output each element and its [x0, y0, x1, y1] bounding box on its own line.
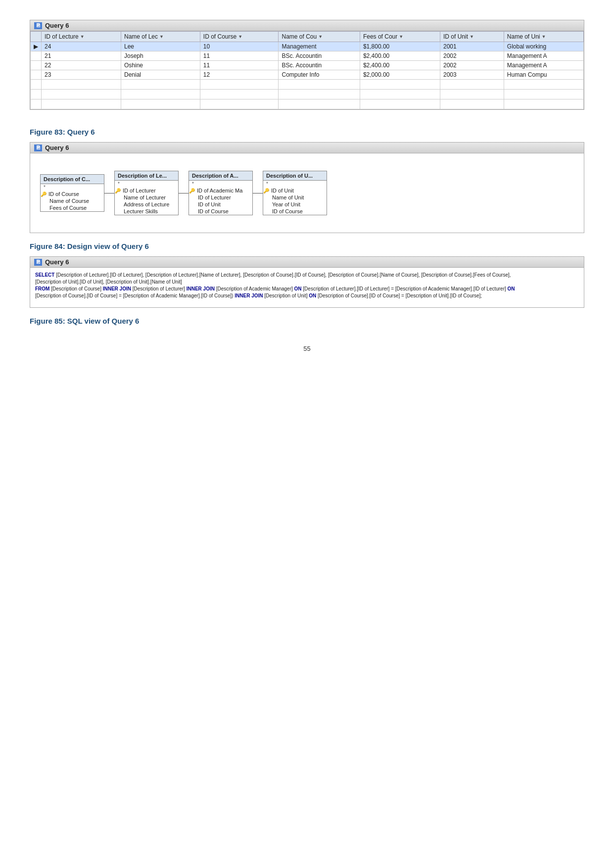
entity-field: ID of Course — [189, 208, 252, 215]
empty-cell — [31, 99, 42, 109]
sql-title: Query 6 — [45, 258, 69, 266]
table-cell: 23 — [42, 70, 121, 80]
table-cell: Management A — [504, 51, 583, 61]
table-row: ▶24Lee10Management$1,800.002001Global wo… — [31, 42, 584, 51]
row-selector: ▶ — [31, 42, 42, 51]
col-id-unit[interactable]: ID of Unit ▼ — [440, 32, 504, 42]
table-row: 22Oshine11BSc. Accountin$2,400.002002Man… — [31, 61, 584, 70]
entity-field: Lecturer Skills — [115, 208, 178, 215]
table-cell: 10 — [200, 42, 279, 51]
query-icon-3: 🖹 — [34, 259, 42, 266]
row-selector — [31, 51, 42, 61]
table-cell: Denial — [121, 70, 200, 80]
table-row: 21Joseph11BSc. Accountin$2,400.002002Man… — [31, 51, 584, 61]
table-cell: Human Compu — [504, 70, 583, 80]
field-label: ID of Unit — [198, 201, 221, 207]
col-filter-icon[interactable]: ▼ — [238, 34, 242, 39]
connector-line — [179, 193, 189, 193]
key-icon: 🔑 — [41, 192, 47, 197]
table-cell: 22 — [42, 61, 121, 70]
entity-header: Description of C... — [41, 175, 104, 184]
col-name-lec[interactable]: Name of Lec ▼ — [121, 32, 200, 42]
field-label: Lecturer Skills — [124, 208, 158, 214]
entity-field: 🔑ID of Academic Ma — [189, 187, 252, 194]
col-fees[interactable]: Fees of Cour ▼ — [360, 32, 440, 42]
col-id-course[interactable]: ID of Course ▼ — [200, 32, 279, 42]
col-name-cou[interactable]: Name of Cou ▼ — [279, 32, 360, 42]
table-cell: $2,000.00 — [360, 70, 440, 80]
field-label: ID of Lecturer — [198, 194, 231, 200]
col-filter-icon[interactable]: ▼ — [318, 34, 323, 39]
entity-field: Name of Lecturer — [115, 194, 178, 201]
datasheet-container: ID of Lecture ▼ Name of Lec ▼ — [30, 31, 584, 109]
empty-cell — [279, 99, 360, 109]
table-row — [31, 80, 584, 90]
table-cell: Oshine — [121, 61, 200, 70]
table-cell: Joseph — [121, 51, 200, 61]
empty-cell — [360, 99, 440, 109]
empty-cell — [440, 90, 504, 99]
field-label: ID of Lecturer — [123, 188, 156, 193]
entity-field: Name of Course — [41, 197, 104, 204]
col-filter-icon[interactable]: ▼ — [470, 34, 474, 39]
col-id-lecture[interactable]: ID of Lecture ▼ — [42, 32, 121, 42]
col-filter-icon[interactable]: ▼ — [159, 34, 164, 39]
entity-box-unit: Description of U...*🔑ID of UnitName of U… — [263, 171, 327, 215]
empty-cell — [200, 80, 279, 90]
field-label: ID of Academic Ma — [197, 188, 242, 193]
table-cell: $1,800.00 — [360, 42, 440, 51]
entity-box-lecturer: Description of Le...*🔑ID of LecturerName… — [114, 171, 179, 215]
entity-field: Fees of Course — [41, 204, 104, 211]
table-cell: Global working — [504, 42, 583, 51]
sql-line: [Description of Course].[ID of Course] =… — [35, 292, 579, 299]
col-filter-icon[interactable]: ▼ — [80, 34, 85, 39]
sql-line: SELECT [Description of Lecturer].[ID of … — [35, 272, 579, 279]
table-cell: 11 — [200, 61, 279, 70]
entity-box-academic: Description of A...*🔑ID of Academic MaID… — [189, 171, 253, 215]
entity-layout: Description of C...*🔑ID of CourseName of… — [40, 162, 327, 224]
figure85-caption: Figure 85: SQL view of Query 6 — [30, 317, 584, 325]
sql-line: [Description of Unit].[ID of Unit], [Des… — [35, 279, 579, 286]
entity-field: Year of Unit — [263, 201, 327, 208]
entity-header: Description of Le... — [115, 171, 178, 181]
key-icon: 🔑 — [189, 188, 195, 193]
empty-cell — [440, 99, 504, 109]
field-label: Name of Course — [49, 198, 89, 204]
empty-cell — [121, 90, 200, 99]
col-filter-icon[interactable]: ▼ — [399, 34, 403, 39]
col-name-uni[interactable]: Name of Uni ▼ — [504, 32, 583, 42]
entity-field: Name of Unit — [263, 194, 327, 201]
table-cell: 12 — [200, 70, 279, 80]
table-row — [31, 99, 584, 109]
entity-field: Address of Lecture — [115, 201, 178, 208]
entity-field: 🔑ID of Lecturer — [115, 187, 178, 194]
query6-titlebar: 🖹 Query 6 — [30, 20, 584, 31]
entity-asterisk: * — [263, 181, 327, 187]
design-view-content: Description of C...*🔑ID of CourseName of… — [30, 153, 584, 233]
empty-cell — [121, 80, 200, 90]
col-filter-icon[interactable]: ▼ — [542, 34, 546, 39]
figure84-caption: Figure 84: Design view of Query 6 — [30, 242, 584, 250]
table-cell: Management A — [504, 61, 583, 70]
empty-cell — [31, 80, 42, 90]
sql-line: FROM [Description of Course] INNER JOIN … — [35, 286, 579, 292]
entity-header: Description of U... — [263, 171, 327, 181]
entity-field: ID of Course — [263, 208, 327, 215]
table-cell: Computer Info — [279, 70, 360, 80]
empty-cell — [279, 90, 360, 99]
field-label: Name of Lecturer — [124, 194, 166, 200]
table-cell: 2002 — [440, 51, 504, 61]
table-row: 23Denial12Computer Info$2,000.002003Huma… — [31, 70, 584, 80]
sql-content: SELECT [Description of Lecturer].[ID of … — [30, 268, 584, 307]
table-row — [31, 90, 584, 99]
entity-asterisk: * — [115, 181, 178, 187]
query6-title: Query 6 — [45, 22, 69, 29]
query6-sql-window: 🖹 Query 6 SELECT [Description of Lecture… — [30, 256, 584, 308]
empty-cell — [42, 90, 121, 99]
query-icon-2: 🖹 — [34, 145, 42, 151]
empty-cell — [440, 80, 504, 90]
field-label: Name of Unit — [272, 194, 304, 200]
field-label: Address of Lecture — [124, 201, 169, 207]
empty-cell — [42, 80, 121, 90]
field-label: ID of Course — [198, 208, 229, 214]
